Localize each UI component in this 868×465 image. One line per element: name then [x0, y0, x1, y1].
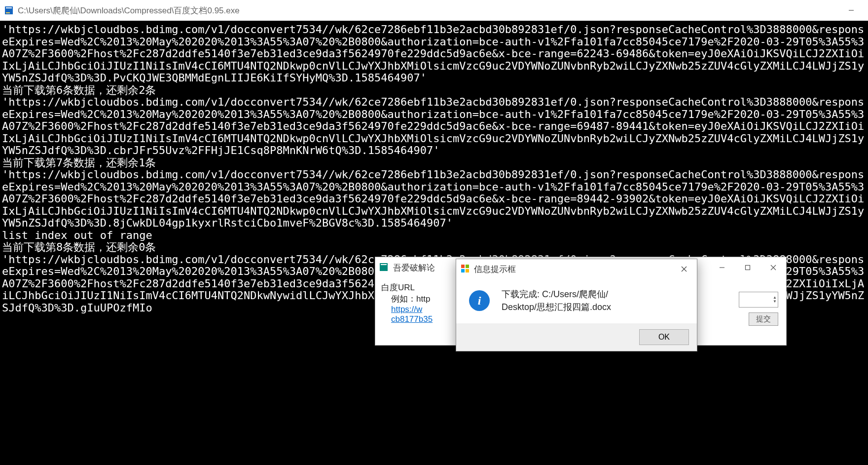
console-window-titlebar: C:\Users\爬爬仙\Downloads\Compressed\百度文档0.… — [0, 0, 868, 21]
msgbox-message: 下载完成: C:/Users/爬爬仙/ Desktop/思想汇报四篇.docx — [502, 288, 611, 313]
msgbox-close-button[interactable] — [671, 259, 697, 279]
spinner-arrows-icon[interactable]: ▲▼ — [773, 296, 777, 304]
msgbox-message-line2: Desktop/思想汇报四篇.docx — [502, 301, 611, 313]
msgbox-title: 信息提示框 — [474, 264, 671, 275]
svg-rect-5 — [381, 264, 387, 265]
dialog-app-icon — [379, 263, 389, 272]
svg-rect-7 — [746, 266, 750, 270]
app-icon — [4, 5, 14, 15]
count-spinner[interactable]: ▲▼ — [739, 292, 778, 308]
back-dialog-maximize-button[interactable] — [735, 257, 760, 278]
url-link-line1[interactable]: https://w — [391, 305, 422, 314]
back-dialog-minimize-button[interactable] — [709, 257, 735, 278]
message-box: 信息提示框 i 下载完成: C:/Users/爬爬仙/ Desktop/思想汇报… — [456, 259, 697, 351]
svg-rect-10 — [461, 265, 465, 268]
svg-rect-13 — [466, 269, 469, 272]
svg-rect-1 — [6, 7, 12, 8]
msgbox-titlebar[interactable]: 信息提示框 — [456, 259, 697, 279]
back-dialog-close-button[interactable] — [760, 257, 786, 278]
window-title-path: C:\Users\爬爬仙\Downloads\Compressed\百度文档0.… — [18, 5, 838, 16]
info-icon: i — [469, 290, 490, 311]
msgbox-app-icon — [461, 265, 470, 273]
svg-rect-11 — [466, 265, 469, 268]
msgbox-message-line1: 下载完成: C:/Users/爬爬仙/ — [502, 288, 611, 301]
svg-rect-2 — [6, 12, 10, 13]
ok-button[interactable]: OK — [639, 329, 689, 345]
svg-rect-12 — [461, 269, 465, 272]
submit-button[interactable]: 提交 — [749, 312, 778, 326]
url-example-prefix: 例如：http — [391, 294, 430, 304]
url-link-line2[interactable]: cb8177b35 — [391, 314, 433, 324]
minimize-button[interactable] — [838, 0, 864, 21]
